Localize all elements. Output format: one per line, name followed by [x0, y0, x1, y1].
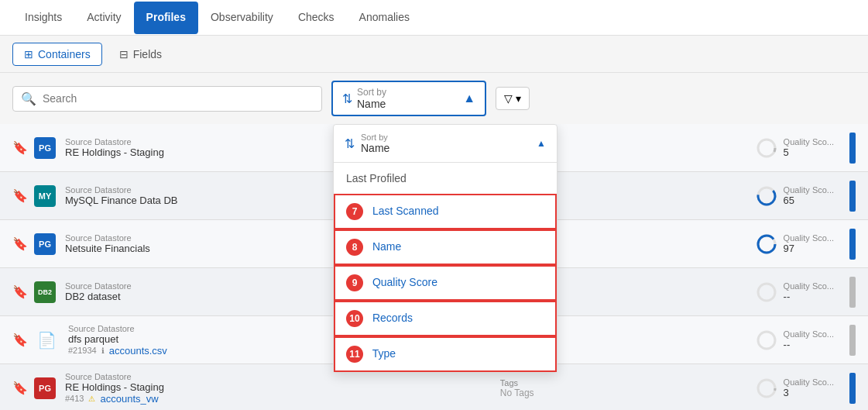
info-icon: ⚠	[88, 394, 95, 403]
row-name[interactable]: dfs parquet	[68, 333, 238, 345]
sort-option-last-profiled[interactable]: Last Profiled	[334, 163, 557, 194]
quality-info: Quality Sco... 65	[784, 185, 834, 206]
row-name[interactable]: DB2 dataset	[65, 291, 235, 302]
quality-circle-chart	[756, 185, 777, 207]
badge-10: 10	[346, 310, 363, 327]
sub-row-info: #21934 ℹ accounts.csv	[68, 345, 238, 357]
tab-observability[interactable]: Observability	[198, 2, 286, 34]
datastore-icon: 📄	[34, 328, 59, 353]
dropdown-sort-label: Sort by	[361, 133, 530, 142]
tab-profiles[interactable]: Profiles	[134, 2, 198, 34]
datastore-icon: MY	[34, 185, 56, 207]
quality-label: Quality Sco...	[784, 137, 834, 146]
svg-point-7	[758, 332, 775, 349]
sort-option-name[interactable]: 8 Name	[334, 229, 557, 265]
quality-circle-chart	[756, 281, 777, 303]
quality-label: Quality Sco...	[784, 377, 834, 387]
search-box[interactable]: 🔍	[12, 86, 322, 112]
row-source: Source Datastore	[65, 137, 235, 146]
containers-button[interactable]: ⊞ Containers	[12, 43, 102, 66]
bookmark-icon: 🔖	[12, 236, 25, 251]
quality-label: Quality Sco...	[784, 329, 834, 339]
svg-point-5	[758, 236, 775, 253]
datastore-icon: PG	[34, 377, 56, 399]
filter-dropdown-icon: ▾	[516, 92, 521, 105]
sort-option-name-label: Name	[372, 240, 401, 253]
sort-option-quality-label: Quality Score	[372, 276, 437, 288]
row-source: Source Datastore	[65, 281, 235, 291]
fields-label: Fields	[133, 48, 162, 60]
quality-bar	[849, 181, 856, 212]
bookmark-icon: 🔖	[12, 332, 25, 347]
quality-label: Quality Sco...	[784, 233, 834, 243]
datastore-icon: PG	[34, 233, 56, 255]
quality-wrap: Quality Sco... 97	[756, 233, 834, 255]
bookmark-icon: 🔖	[12, 140, 25, 155]
quality-bar	[849, 373, 856, 404]
datastore-icon: PG	[34, 137, 56, 159]
tab-insights[interactable]: Insights	[12, 2, 74, 34]
row-name[interactable]: RE Holdings - Staging	[65, 146, 235, 158]
toolbar: 🔍 ⇅ Sort by Name ▲ ▽ ▾	[0, 73, 868, 124]
quality-circle-chart	[756, 233, 777, 255]
tab-anomalies[interactable]: Anomalies	[347, 2, 422, 34]
sort-dropdown[interactable]: ⇅ Sort by Name ▲	[331, 81, 486, 116]
sort-option-records[interactable]: 10 Records	[334, 301, 557, 336]
sort-option-last-scanned[interactable]: 7 Last Scanned	[334, 194, 557, 229]
dropdown-sort-value: Name	[361, 142, 530, 154]
row-source: Source Datastore	[65, 372, 235, 381]
sort-option-quality-score[interactable]: 9 Quality Score	[334, 265, 557, 301]
tags-value: No Tags	[500, 388, 746, 398]
quality-info: Quality Sco... --	[784, 329, 834, 350]
tab-activity[interactable]: Activity	[74, 2, 133, 34]
bookmark-icon: 🔖	[12, 284, 25, 299]
row-name[interactable]: Netsuite Financials	[65, 243, 235, 254]
filter-button[interactable]: ▽ ▾	[496, 87, 530, 110]
containers-icon: ⊞	[24, 48, 33, 60]
quality-label: Quality Sco...	[784, 185, 834, 195]
search-input[interactable]	[43, 92, 314, 105]
quality-wrap: Quality Sco... --	[756, 329, 834, 351]
row-source: Source Datastore	[65, 233, 235, 243]
quality-info: Quality Sco... --	[784, 281, 834, 302]
badge-9: 9	[346, 274, 363, 291]
quality-value: 97	[784, 243, 834, 254]
sub-row-name: accounts_vw	[100, 393, 158, 405]
sort-option-last-scanned-label: Last Scanned	[372, 205, 439, 217]
top-navigation: Insights Activity Profiles Observability…	[0, 0, 868, 36]
row-info: Source Datastore RE Holdings - Staging #…	[65, 372, 235, 405]
sort-option-records-label: Records	[372, 312, 413, 324]
tab-checks[interactable]: Checks	[286, 2, 347, 34]
quality-wrap: Quality Sco... 65	[756, 185, 834, 207]
quality-value: 5	[784, 146, 834, 158]
row-name[interactable]: RE Holdings - Staging	[65, 381, 235, 393]
fields-button[interactable]: ⊟ Fields	[108, 43, 173, 65]
quality-bar	[849, 325, 856, 356]
quality-wrap: Quality Sco... --	[756, 281, 834, 303]
sort-option-type[interactable]: 11 Type	[334, 336, 557, 372]
quality-circle-chart	[756, 377, 777, 399]
bookmark-icon: 🔖	[12, 188, 25, 203]
svg-point-6	[758, 284, 775, 301]
quality-circle-chart	[756, 137, 777, 159]
quality-info: Quality Sco... 97	[784, 233, 834, 254]
chevron-up-icon: ▲	[463, 91, 475, 105]
sort-icon: ⇅	[342, 91, 352, 106]
quality-info: Quality Sco... 3	[784, 377, 834, 398]
quality-bar	[849, 277, 856, 308]
fields-icon: ⊟	[119, 48, 129, 60]
sort-dropdown-menu: ⇅ Sort by Name ▲ Last Profiled 7 Last Sc…	[333, 124, 558, 373]
sub-row-info: #413 ⚠ accounts_vw	[65, 393, 235, 405]
datastore-icon: DB2	[34, 281, 56, 303]
row-info: Source Datastore Netsuite Financials	[65, 233, 235, 254]
svg-point-0	[758, 140, 775, 157]
quality-label: Quality Sco...	[784, 281, 834, 291]
chevron-up-icon: ▲	[537, 138, 546, 149]
row-info: Source Datastore RE Holdings - Staging	[65, 137, 235, 158]
row-name[interactable]: MySQL Finance Data DB	[65, 195, 235, 206]
sub-row-id: #413	[65, 394, 84, 403]
badge-8: 8	[346, 239, 363, 256]
svg-point-8	[758, 380, 775, 397]
quality-value: --	[784, 339, 834, 350]
sort-icon-blue: ⇅	[345, 136, 355, 151]
